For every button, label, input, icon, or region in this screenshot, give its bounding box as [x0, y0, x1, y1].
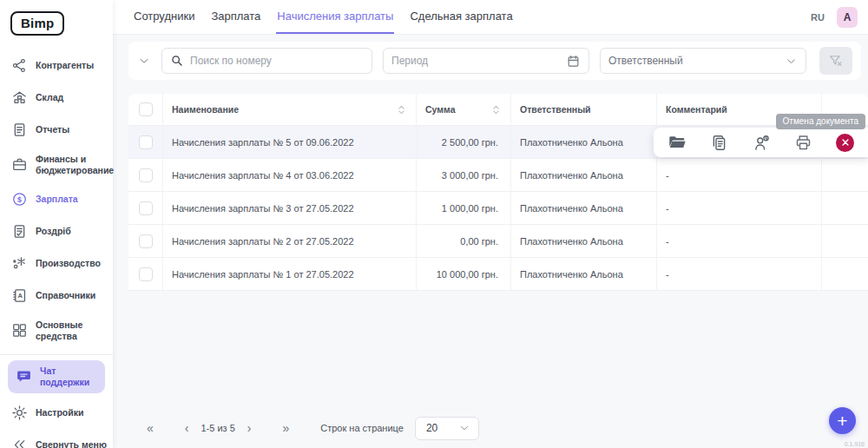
document-comment: -	[657, 225, 822, 257]
language-switcher[interactable]: RU	[811, 12, 825, 23]
last-page-button[interactable]: »	[279, 421, 293, 435]
period-input[interactable]	[391, 55, 560, 67]
prev-page-button[interactable]: ‹	[181, 421, 193, 435]
app-logo[interactable]: Bimp	[10, 11, 64, 36]
sidebar-item-settings[interactable]: Настройки	[0, 397, 113, 429]
document-name: Начисления зарплаты № 1 от 27.05.2022	[172, 269, 354, 280]
chevron-down-icon	[458, 422, 470, 434]
directory-book-icon: A	[11, 287, 28, 304]
rows-per-page-label: Строк на странице	[320, 423, 404, 433]
sidebar-item-collapse-menu[interactable]: Свернуть меню	[0, 429, 113, 448]
sidebar-item-label: Зарплата	[36, 194, 78, 205]
document-sum: 0,00 грн.	[417, 225, 511, 257]
filters-collapse-chevron-icon[interactable]	[137, 54, 151, 68]
sidebar: Bimp Контрагенты Склад Отчеты Финансы и …	[0, 0, 113, 448]
sidebar-item-retail[interactable]: Роздріб	[0, 215, 113, 247]
responsible-select-value: Ответственный	[608, 55, 683, 67]
production-icon	[11, 255, 28, 272]
sidebar-item-directories[interactable]: A Справочники	[0, 280, 113, 312]
calendar-icon[interactable]	[566, 54, 581, 69]
select-all-checkbox[interactable]	[139, 102, 153, 116]
responsible-person-icon[interactable]	[752, 133, 771, 152]
warehouse-icon	[11, 89, 28, 106]
document-name: Начисления зарплаты № 2 от 27.05.2022	[172, 236, 354, 247]
search-input[interactable]	[190, 55, 364, 67]
document-comment: -	[657, 192, 822, 224]
sidebar-item-production[interactable]: Производство	[0, 247, 113, 280]
column-header-sum[interactable]: Сумма	[425, 104, 456, 115]
search-icon	[170, 54, 184, 68]
svg-text:A: A	[18, 292, 23, 300]
row-checkbox[interactable]	[139, 234, 153, 248]
column-header-name[interactable]: Наименование	[172, 104, 239, 115]
sidebar-item-label: Справочники	[36, 290, 95, 301]
sidebar-item-label: Отчеты	[36, 124, 69, 135]
sidebar-item-warehouse[interactable]: Склад	[0, 82, 113, 114]
collapse-icon	[11, 437, 28, 448]
sidebar-item-label: Склад	[36, 92, 63, 103]
sidebar-item-label: Основные средства	[36, 320, 109, 341]
copy-document-icon[interactable]	[710, 133, 729, 152]
document-sum: 10 000,00 грн.	[417, 258, 511, 290]
briefcase-icon	[11, 156, 28, 173]
responsible-select[interactable]: Ответственный	[600, 48, 806, 74]
row-checkbox[interactable]	[139, 168, 153, 182]
table-row[interactable]: Начисления зарплаты № 2 от 27.05.2022 0,…	[128, 225, 868, 258]
tab-salary[interactable]: Зарплата	[210, 0, 261, 34]
document-sum: 1 000,00 грн.	[417, 192, 511, 224]
chevron-down-icon	[785, 55, 798, 68]
sidebar-item-salary[interactable]: $ Зарплата	[0, 183, 113, 215]
sidebar-item-label: Производство	[36, 258, 101, 269]
table-row[interactable]: Начисления зарплаты № 1 от 27.05.2022 10…	[128, 258, 868, 291]
tab-employees[interactable]: Сотрудники	[133, 0, 195, 34]
row-checkbox[interactable]	[139, 201, 153, 215]
sidebar-item-label: Свернуть меню	[36, 439, 107, 448]
open-folder-icon[interactable]	[667, 133, 687, 152]
gear-icon	[11, 405, 28, 421]
app-root: Bimp Контрагенты Склад Отчеты Финансы и …	[0, 0, 868, 448]
sidebar-item-label: Настройки	[36, 407, 83, 418]
tab-piecework-salary[interactable]: Сдельная зарплата	[409, 0, 513, 34]
cancel-document-tooltip: Отмена документа	[776, 114, 865, 129]
table-row[interactable]: Начисления зарплаты № 4 от 03.06.2022 3 …	[128, 159, 868, 192]
rows-per-page-select[interactable]: 20	[415, 417, 479, 440]
sort-icon[interactable]	[396, 104, 407, 115]
assets-grid-icon	[11, 322, 28, 339]
topbar-right: RU A	[811, 0, 858, 34]
row-checkbox[interactable]	[139, 135, 153, 149]
sidebar-divider	[0, 354, 113, 355]
document-comment: -	[657, 258, 822, 290]
clear-filters-button[interactable]	[819, 47, 852, 75]
print-icon[interactable]	[794, 133, 813, 152]
sort-icon[interactable]	[490, 104, 502, 115]
cancel-document-icon[interactable]	[836, 134, 854, 152]
first-page-button[interactable]: «	[143, 421, 157, 435]
column-header-comment[interactable]: Комментарий	[666, 104, 727, 115]
tab-salary-accruals[interactable]: Начисления зарплаты	[276, 0, 394, 34]
retail-check-icon	[11, 223, 28, 240]
avatar[interactable]: A	[837, 7, 858, 28]
next-page-button[interactable]: ›	[244, 421, 255, 435]
sidebar-nav: Контрагенты Склад Отчеты Финансы и бюдже…	[0, 49, 113, 349]
rows-per-page-value: 20	[426, 422, 437, 434]
sidebar-item-reports[interactable]: Отчеты	[0, 114, 113, 146]
table-header-row: Наименование Сумма Ответственный Коммент…	[128, 94, 868, 126]
sidebar-item-fixed-assets[interactable]: Основные средства	[0, 312, 113, 349]
sidebar-item-counterparties[interactable]: Контрагенты	[0, 49, 113, 82]
document-name: Начисления зарплаты № 3 от 27.05.2022	[172, 203, 354, 214]
sidebar-footer: Чат поддержки Настройки Свернуть меню	[0, 349, 113, 448]
sidebar-item-support-chat[interactable]: Чат поддержки	[8, 360, 105, 392]
document-sum: 2 500,00 грн.	[417, 126, 511, 158]
add-document-button[interactable]: +	[829, 407, 856, 434]
sidebar-item-finance[interactable]: Финансы и бюджетирование	[0, 146, 113, 183]
document-name: Начисления зарплаты № 4 от 03.06.2022	[172, 170, 354, 181]
column-header-responsible[interactable]: Ответственный	[520, 104, 591, 115]
sidebar-item-label: Чат поддержки	[40, 366, 103, 387]
row-checkbox[interactable]	[139, 267, 153, 281]
topbar: Сотрудники Зарплата Начисления зарплаты …	[113, 0, 868, 35]
svg-text:$: $	[17, 195, 22, 204]
salary-dollar-icon: $	[11, 191, 28, 208]
table-row[interactable]: Начисления зарплаты № 3 от 27.05.2022 1 …	[128, 192, 868, 225]
report-icon	[11, 122, 28, 138]
search-field	[161, 48, 372, 74]
